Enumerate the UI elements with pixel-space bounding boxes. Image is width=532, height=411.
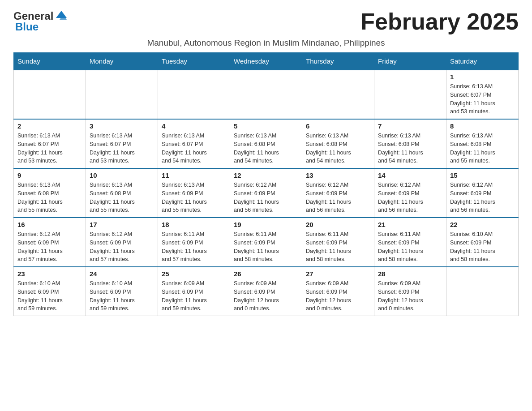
day-number: 16: [17, 221, 82, 228]
day-info: Sunrise: 6:13 AM Sunset: 6:08 PM Dayligh…: [90, 181, 154, 214]
day-info: Sunrise: 6:13 AM Sunset: 6:07 PM Dayligh…: [90, 132, 154, 165]
calendar-cell: 17Sunrise: 6:12 AM Sunset: 6:09 PM Dayli…: [86, 218, 158, 267]
day-number: 28: [378, 270, 442, 278]
calendar-cell: 24Sunrise: 6:10 AM Sunset: 6:09 PM Dayli…: [86, 267, 158, 316]
week-row-4: 16Sunrise: 6:12 AM Sunset: 6:09 PM Dayli…: [14, 218, 519, 267]
calendar-cell: 20Sunrise: 6:11 AM Sunset: 6:09 PM Dayli…: [302, 218, 374, 267]
calendar-cell: 15Sunrise: 6:12 AM Sunset: 6:09 PM Dayli…: [446, 168, 519, 218]
header-row: SundayMondayTuesdayWednesdayThursdayFrid…: [14, 53, 519, 70]
calendar-cell: 7Sunrise: 6:13 AM Sunset: 6:08 PM Daylig…: [374, 119, 446, 168]
calendar-cell: 19Sunrise: 6:11 AM Sunset: 6:09 PM Dayli…: [230, 218, 302, 267]
logo-icon: [54, 9, 69, 23]
calendar-cell: 6Sunrise: 6:13 AM Sunset: 6:08 PM Daylig…: [302, 119, 374, 168]
day-number: 7: [378, 122, 442, 130]
day-number: 25: [162, 270, 226, 278]
day-info: Sunrise: 6:13 AM Sunset: 6:08 PM Dayligh…: [306, 132, 370, 165]
day-info: Sunrise: 6:13 AM Sunset: 6:08 PM Dayligh…: [450, 132, 515, 165]
month-year-title: February 2025: [360, 9, 519, 34]
col-header-sunday: Sunday: [14, 53, 86, 70]
day-number: 23: [17, 270, 82, 278]
calendar-cell: 27Sunrise: 6:09 AM Sunset: 6:09 PM Dayli…: [302, 267, 374, 316]
calendar-cell: 21Sunrise: 6:11 AM Sunset: 6:09 PM Dayli…: [374, 218, 446, 267]
calendar-cell: 1Sunrise: 6:13 AM Sunset: 6:07 PM Daylig…: [446, 70, 519, 119]
day-info: Sunrise: 6:11 AM Sunset: 6:09 PM Dayligh…: [162, 230, 226, 264]
day-info: Sunrise: 6:11 AM Sunset: 6:09 PM Dayligh…: [234, 230, 298, 264]
day-info: Sunrise: 6:09 AM Sunset: 6:09 PM Dayligh…: [306, 279, 370, 313]
calendar-cell: [14, 70, 86, 119]
day-info: Sunrise: 6:13 AM Sunset: 6:07 PM Dayligh…: [162, 132, 226, 165]
calendar-cell: 9Sunrise: 6:13 AM Sunset: 6:08 PM Daylig…: [14, 168, 86, 218]
day-number: 22: [450, 221, 515, 228]
calendar-cell: [374, 70, 446, 119]
calendar-cell: 25Sunrise: 6:09 AM Sunset: 6:09 PM Dayli…: [158, 267, 230, 316]
calendar-cell: 13Sunrise: 6:12 AM Sunset: 6:09 PM Dayli…: [302, 168, 374, 218]
day-number: 15: [450, 171, 515, 179]
day-info: Sunrise: 6:13 AM Sunset: 6:09 PM Dayligh…: [162, 181, 226, 214]
week-row-2: 2Sunrise: 6:13 AM Sunset: 6:07 PM Daylig…: [14, 119, 519, 168]
calendar-cell: 11Sunrise: 6:13 AM Sunset: 6:09 PM Dayli…: [158, 168, 230, 218]
calendar-cell: [86, 70, 158, 119]
subtitle-container: Manubul, Autonomous Region in Muslim Min…: [13, 38, 519, 48]
day-info: Sunrise: 6:13 AM Sunset: 6:08 PM Dayligh…: [378, 132, 442, 165]
day-info: Sunrise: 6:10 AM Sunset: 6:09 PM Dayligh…: [450, 230, 515, 264]
day-info: Sunrise: 6:13 AM Sunset: 6:08 PM Dayligh…: [17, 181, 82, 214]
day-number: 11: [162, 171, 226, 179]
day-number: 10: [90, 171, 154, 179]
day-info: Sunrise: 6:13 AM Sunset: 6:08 PM Dayligh…: [234, 132, 298, 165]
calendar-cell: 8Sunrise: 6:13 AM Sunset: 6:08 PM Daylig…: [446, 119, 519, 168]
day-number: 12: [234, 171, 298, 179]
day-number: 26: [234, 270, 298, 278]
title-area: February 2025: [360, 9, 519, 34]
day-info: Sunrise: 6:12 AM Sunset: 6:09 PM Dayligh…: [90, 230, 154, 264]
day-info: Sunrise: 6:09 AM Sunset: 6:09 PM Dayligh…: [378, 279, 442, 313]
calendar-cell: 5Sunrise: 6:13 AM Sunset: 6:08 PM Daylig…: [230, 119, 302, 168]
calendar-cell: 26Sunrise: 6:09 AM Sunset: 6:09 PM Dayli…: [230, 267, 302, 316]
day-number: 27: [306, 270, 370, 278]
day-info: Sunrise: 6:11 AM Sunset: 6:09 PM Dayligh…: [306, 230, 370, 264]
day-number: 20: [306, 221, 370, 228]
svg-marker-0: [56, 11, 67, 18]
day-info: Sunrise: 6:09 AM Sunset: 6:09 PM Dayligh…: [234, 279, 298, 313]
calendar-cell: [158, 70, 230, 119]
day-number: 19: [234, 221, 298, 228]
day-number: 3: [90, 122, 154, 130]
day-info: Sunrise: 6:09 AM Sunset: 6:09 PM Dayligh…: [162, 279, 226, 313]
calendar-cell: 4Sunrise: 6:13 AM Sunset: 6:07 PM Daylig…: [158, 119, 230, 168]
col-header-thursday: Thursday: [302, 53, 374, 70]
day-number: 21: [378, 221, 442, 228]
day-number: 17: [90, 221, 154, 228]
day-info: Sunrise: 6:12 AM Sunset: 6:09 PM Dayligh…: [306, 181, 370, 214]
day-number: 18: [162, 221, 226, 228]
day-number: 4: [162, 122, 226, 130]
col-header-saturday: Saturday: [446, 53, 519, 70]
day-number: 5: [234, 122, 298, 130]
calendar-cell: [302, 70, 374, 119]
col-header-monday: Monday: [86, 53, 158, 70]
day-number: 13: [306, 171, 370, 179]
day-info: Sunrise: 6:11 AM Sunset: 6:09 PM Dayligh…: [378, 230, 442, 264]
day-number: 9: [17, 171, 82, 179]
week-row-3: 9Sunrise: 6:13 AM Sunset: 6:08 PM Daylig…: [14, 168, 519, 218]
day-number: 6: [306, 122, 370, 130]
day-number: 8: [450, 122, 515, 130]
day-info: Sunrise: 6:13 AM Sunset: 6:07 PM Dayligh…: [17, 132, 82, 165]
calendar-cell: 23Sunrise: 6:10 AM Sunset: 6:09 PM Dayli…: [14, 267, 86, 316]
calendar-cell: 18Sunrise: 6:11 AM Sunset: 6:09 PM Dayli…: [158, 218, 230, 267]
day-number: 2: [17, 122, 82, 130]
subtitle-text: Manubul, Autonomous Region in Muslim Min…: [147, 38, 385, 47]
day-number: 14: [378, 171, 442, 179]
col-header-tuesday: Tuesday: [158, 53, 230, 70]
day-info: Sunrise: 6:12 AM Sunset: 6:09 PM Dayligh…: [17, 230, 82, 264]
calendar-cell: 22Sunrise: 6:10 AM Sunset: 6:09 PM Dayli…: [446, 218, 519, 267]
day-info: Sunrise: 6:12 AM Sunset: 6:09 PM Dayligh…: [378, 181, 442, 214]
logo: General Blue: [13, 9, 69, 33]
day-info: Sunrise: 6:12 AM Sunset: 6:09 PM Dayligh…: [234, 181, 298, 214]
calendar-table: SundayMondayTuesdayWednesdayThursdayFrid…: [13, 52, 519, 316]
col-header-friday: Friday: [374, 53, 446, 70]
calendar-cell: 10Sunrise: 6:13 AM Sunset: 6:08 PM Dayli…: [86, 168, 158, 218]
logo-blue-text: Blue: [15, 21, 39, 33]
col-header-wednesday: Wednesday: [230, 53, 302, 70]
day-number: 1: [450, 73, 515, 81]
week-row-5: 23Sunrise: 6:10 AM Sunset: 6:09 PM Dayli…: [14, 267, 519, 316]
day-info: Sunrise: 6:13 AM Sunset: 6:07 PM Dayligh…: [450, 82, 515, 116]
